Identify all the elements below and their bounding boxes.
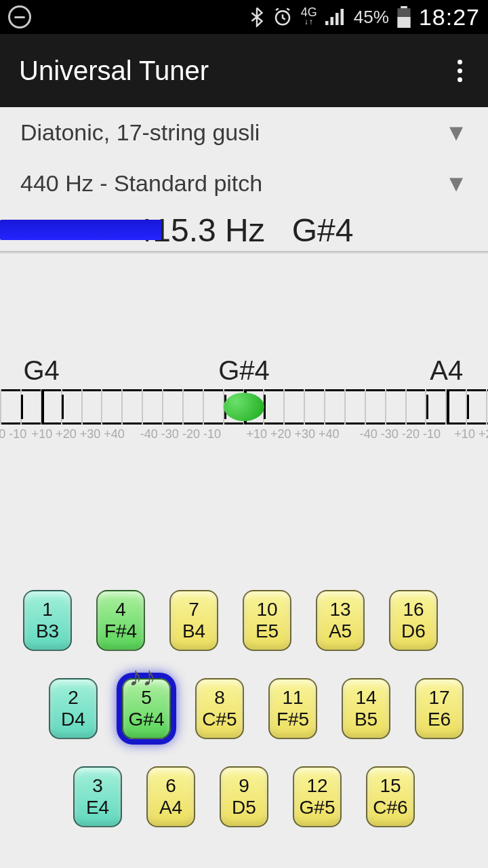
network-type: 4G↓↑: [301, 7, 317, 26]
tuning-dropdown[interactable]: Diatonic, 17-string gusli ▼: [0, 107, 488, 158]
string-pad-15[interactable]: 15C#6: [366, 766, 415, 827]
cent-label: +10 +2: [454, 427, 488, 441]
tuning-dropdown-label: Diatonic, 17-string gusli: [20, 119, 260, 146]
signal-icon: [325, 8, 346, 26]
string-pad-7[interactable]: 7B4: [169, 590, 218, 651]
app-title: Universal Tuner: [19, 56, 209, 86]
chevron-down-icon: ▼: [445, 170, 468, 197]
overflow-menu-button[interactable]: [451, 53, 469, 89]
status-bar: 4G↓↑ 45% 18:27: [0, 0, 488, 34]
scale-note-right: A4: [430, 355, 463, 386]
frequency-readout: 415.3 Hz G#4: [0, 209, 488, 251]
detected-note: G#4: [292, 212, 354, 249]
volume-bar: [0, 220, 161, 240]
string-pad-5[interactable]: 5G#4♪♪: [122, 678, 171, 739]
clock: 18:27: [419, 4, 480, 31]
alarm-icon: [272, 7, 293, 27]
string-grid: 1B34F#47B410E513A516D6 2D45G#4♪♪8C#511F#…: [0, 590, 488, 854]
cent-label: -40 -30 -20 -10: [140, 427, 221, 441]
music-note-icon: ♪♪: [129, 665, 156, 687]
string-pad-3[interactable]: 3E4: [73, 766, 122, 827]
cent-label: +10 +20 +30 +40: [32, 427, 125, 441]
string-pad-16[interactable]: 16D6: [389, 590, 438, 651]
cent-label: +10 +20 +30 +40: [246, 427, 339, 441]
string-pad-10[interactable]: 10E5: [243, 590, 291, 651]
string-pad-14[interactable]: 14B5: [342, 678, 390, 739]
battery-icon: [397, 6, 411, 28]
scale-note-center: G#4: [218, 355, 270, 386]
string-pad-13[interactable]: 13A5: [316, 590, 365, 651]
string-pad-1[interactable]: 1B3: [23, 590, 72, 651]
string-pad-2[interactable]: 2D4: [49, 678, 98, 739]
cent-label: -20 -10: [0, 427, 26, 441]
svg-rect-2: [397, 17, 410, 28]
string-pad-11[interactable]: 11F#5: [268, 678, 317, 739]
bluetooth-icon: [249, 7, 264, 27]
cent-label: -40 -30 -20 -10: [360, 427, 441, 441]
pitch-scale: G4 G#4 A4 -20 -10+10 +20 +30 +40-40 -30 …: [0, 355, 488, 559]
divider: [0, 251, 488, 254]
string-pad-17[interactable]: 17E6: [415, 678, 464, 739]
string-pad-12[interactable]: 12G#5: [293, 766, 342, 827]
app-bar: Universal Tuner: [0, 34, 488, 107]
string-pad-9[interactable]: 9D5: [220, 766, 268, 827]
battery-percent: 45%: [354, 7, 389, 28]
string-pad-4[interactable]: 4F#4: [96, 590, 145, 651]
pitch-ref-dropdown[interactable]: 440 Hz - Standard pitch ▼: [0, 158, 488, 209]
do-not-disturb-icon: [8, 5, 31, 28]
scale-note-left: G4: [24, 355, 60, 386]
svg-rect-3: [401, 6, 407, 8]
pitch-indicator: [224, 393, 264, 421]
string-pad-6[interactable]: 6A4: [146, 766, 195, 827]
pitch-ref-dropdown-label: 440 Hz - Standard pitch: [20, 170, 262, 197]
string-pad-8[interactable]: 8C#5: [195, 678, 244, 739]
chevron-down-icon: ▼: [445, 119, 468, 146]
